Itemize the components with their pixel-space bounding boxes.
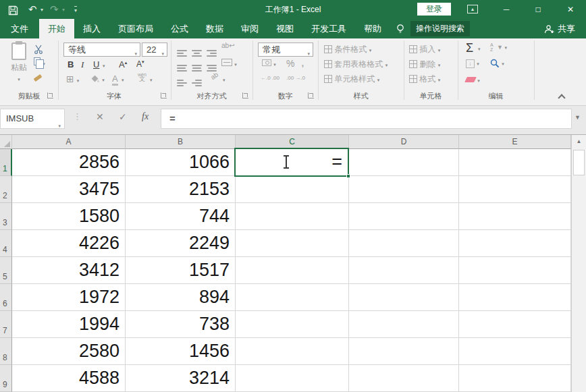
active-cell-C1[interactable]: = bbox=[234, 148, 349, 177]
cell-B5[interactable]: 1517 bbox=[126, 257, 236, 284]
select-all-corner[interactable] bbox=[0, 135, 12, 149]
underline-button[interactable]: U bbox=[93, 59, 99, 69]
decrease-font-icon[interactable]: A▾ bbox=[136, 59, 144, 69]
fill-handle[interactable] bbox=[346, 174, 350, 178]
row-header-7[interactable]: 7 bbox=[0, 311, 12, 338]
name-box-dropdown-icon[interactable]: ▾ bbox=[58, 117, 61, 136]
format-painter-icon[interactable] bbox=[34, 72, 42, 82]
cell-C4[interactable] bbox=[236, 230, 349, 257]
cell-B2[interactable]: 2153 bbox=[126, 176, 236, 203]
cell-E9[interactable] bbox=[459, 365, 571, 392]
copy-icon[interactable]: ▾ bbox=[34, 57, 45, 67]
vertical-scrollbar[interactable]: ▲ bbox=[571, 135, 586, 392]
cell-E6[interactable] bbox=[459, 284, 571, 311]
autosum-dropdown-icon[interactable]: ▾ bbox=[478, 47, 481, 52]
cell-C8[interactable] bbox=[236, 338, 349, 365]
cell-B8[interactable]: 1456 bbox=[126, 338, 236, 365]
cell-D8[interactable] bbox=[349, 338, 459, 365]
minimize-button[interactable]: ─ bbox=[496, 0, 516, 19]
column-header-D[interactable]: D bbox=[349, 135, 459, 149]
row-header-5[interactable]: 5 bbox=[0, 257, 12, 284]
number-format-combo[interactable]: 常规▾ bbox=[258, 43, 313, 57]
cell-D4[interactable] bbox=[349, 230, 459, 257]
row-header-2[interactable]: 2 bbox=[0, 176, 12, 203]
close-button[interactable]: ✕ bbox=[560, 0, 581, 19]
cell-B3[interactable]: 744 bbox=[126, 203, 236, 230]
tab-data[interactable]: 数据 bbox=[197, 19, 232, 38]
tab-review[interactable]: 审阅 bbox=[232, 19, 267, 38]
cell-C9[interactable] bbox=[236, 365, 349, 392]
maximize-button[interactable]: □ bbox=[528, 0, 548, 19]
collapse-ribbon-icon[interactable] bbox=[558, 94, 565, 101]
cell-D6[interactable] bbox=[349, 284, 459, 311]
tab-view[interactable]: 视图 bbox=[267, 19, 302, 38]
clear-eraser-icon[interactable]: ▾ bbox=[466, 75, 480, 84]
cell-E1[interactable] bbox=[459, 149, 571, 176]
cell-E8[interactable] bbox=[459, 338, 571, 365]
cell-A6[interactable]: 1972 bbox=[12, 284, 126, 311]
tab-help[interactable]: 帮助 bbox=[355, 19, 390, 38]
bold-button[interactable]: B bbox=[68, 59, 74, 69]
font-size-combo[interactable]: 22▾ bbox=[142, 43, 167, 57]
row-header-1[interactable]: 1 bbox=[0, 149, 12, 176]
row-header-9[interactable]: 9 bbox=[0, 365, 12, 392]
increase-font-icon[interactable]: A▴ bbox=[119, 59, 127, 69]
cell-B1[interactable]: 1066 bbox=[126, 149, 236, 176]
find-select-icon[interactable]: ▾ bbox=[490, 58, 504, 68]
cell-C3[interactable] bbox=[236, 203, 349, 230]
tell-me-search[interactable]: 操作说明搜索 bbox=[396, 19, 470, 38]
formula-input[interactable]: = bbox=[161, 109, 572, 129]
cell-D2[interactable] bbox=[349, 176, 459, 203]
column-header-A[interactable]: A bbox=[12, 135, 126, 149]
font-dialog-launcher-icon[interactable] bbox=[161, 92, 167, 99]
cell-C5[interactable] bbox=[236, 257, 349, 284]
cell-A4[interactable]: 4226 bbox=[12, 230, 126, 257]
row-header-6[interactable]: 6 bbox=[0, 284, 12, 311]
tab-formulas[interactable]: 公式 bbox=[162, 19, 197, 38]
login-button[interactable]: 登录 bbox=[417, 3, 451, 16]
cancel-entry-icon[interactable]: ✕ bbox=[96, 111, 104, 122]
cell-D9[interactable] bbox=[349, 365, 459, 392]
cell-D1[interactable] bbox=[349, 149, 459, 176]
cell-A7[interactable]: 1994 bbox=[12, 311, 126, 338]
cell-A9[interactable]: 4588 bbox=[12, 365, 126, 392]
formula-bar-grip[interactable]: ⋮ bbox=[73, 111, 82, 121]
name-box[interactable]: IMSUB▾ bbox=[0, 109, 65, 129]
column-header-B[interactable]: B bbox=[126, 135, 236, 149]
alignment-dialog-launcher-icon[interactable] bbox=[242, 92, 248, 99]
cell-C7[interactable] bbox=[236, 311, 349, 338]
underline-dropdown-icon[interactable]: ▾ bbox=[103, 63, 105, 69]
cell-C2[interactable] bbox=[236, 176, 349, 203]
clipboard-dialog-launcher-icon[interactable] bbox=[47, 92, 53, 99]
cell-E7[interactable] bbox=[459, 311, 571, 338]
cell-C6[interactable] bbox=[236, 284, 349, 311]
ribbon-display-options-icon[interactable]: ▲ bbox=[467, 5, 478, 13]
cell-E2[interactable] bbox=[459, 176, 571, 203]
tab-page-layout[interactable]: 页面布局 bbox=[109, 19, 162, 38]
row-header-4[interactable]: 4 bbox=[0, 230, 12, 257]
tab-home[interactable]: 开始 bbox=[39, 19, 74, 38]
cell-A3[interactable]: 1580 bbox=[12, 203, 126, 230]
insert-function-icon[interactable]: fx bbox=[142, 111, 149, 122]
cell-B7[interactable]: 738 bbox=[126, 311, 236, 338]
share-button[interactable]: 共享 bbox=[544, 19, 586, 38]
number-dialog-launcher-icon[interactable] bbox=[308, 92, 314, 99]
cell-B9[interactable]: 3214 bbox=[126, 365, 236, 392]
autosum-icon[interactable]: Σ bbox=[466, 41, 473, 55]
cell-E3[interactable] bbox=[459, 203, 571, 230]
cell-A2[interactable]: 3475 bbox=[12, 176, 126, 203]
scroll-up-icon[interactable]: ▲ bbox=[572, 135, 586, 148]
cell-E4[interactable] bbox=[459, 230, 571, 257]
cell-D7[interactable] bbox=[349, 311, 459, 338]
tab-developer[interactable]: 开发工具 bbox=[302, 19, 355, 38]
cut-icon[interactable] bbox=[34, 44, 44, 54]
column-header-C[interactable]: C bbox=[236, 135, 349, 149]
cell-A8[interactable]: 2580 bbox=[12, 338, 126, 365]
tab-insert[interactable]: 插入 bbox=[74, 19, 109, 38]
cell-D3[interactable] bbox=[349, 203, 459, 230]
expand-formula-bar-icon[interactable]: ▼ bbox=[575, 114, 581, 121]
italic-button[interactable]: I bbox=[81, 59, 84, 70]
cell-A5[interactable]: 3412 bbox=[12, 257, 126, 284]
scrollbar-thumb[interactable] bbox=[573, 150, 585, 175]
cell-E5[interactable] bbox=[459, 257, 571, 284]
